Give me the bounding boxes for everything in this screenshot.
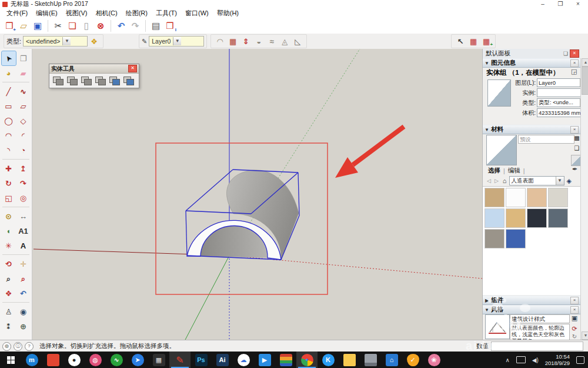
polygon-tool[interactable]: ◇: [16, 114, 31, 128]
follow-me-tool[interactable]: ↷: [16, 176, 31, 190]
position-camera-tool[interactable]: ♙: [2, 304, 16, 319]
new-button[interactable]: ❒+: [2, 19, 16, 32]
material-name-field[interactable]: 预设: [518, 135, 574, 144]
start-button[interactable]: [0, 352, 21, 368]
three-point-arc-tool[interactable]: ◝: [2, 143, 16, 157]
panel-titlebar[interactable]: 默认面板 ❏ ×: [483, 49, 580, 59]
menu-draw[interactable]: 绘图(R): [122, 9, 152, 18]
sandbox-from-scratch-icon[interactable]: ▦: [226, 35, 239, 47]
material-swatch[interactable]: [506, 229, 526, 248]
material-swatch[interactable]: [506, 188, 526, 207]
paste-button[interactable]: ▯: [79, 19, 93, 32]
tape-measure-tool[interactable]: ⊙: [2, 209, 16, 223]
line-tool[interactable]: ╱: [2, 84, 16, 98]
help-icon[interactable]: ?: [25, 342, 34, 351]
menu-edit[interactable]: 编辑(E): [32, 9, 62, 18]
back-arrow-icon[interactable]: ◁: [485, 178, 493, 184]
chevron-down-icon[interactable]: ▼: [173, 37, 181, 45]
pan-tool[interactable]: ✛: [16, 257, 31, 271]
pie-tool[interactable]: ◔: [16, 143, 31, 157]
cut-button[interactable]: ✂: [51, 19, 65, 32]
app-pink[interactable]: ◍: [85, 352, 106, 368]
table-add-icon[interactable]: ▦+: [480, 35, 493, 47]
sandbox-drape-icon[interactable]: ≈: [265, 35, 278, 47]
app-sketchup[interactable]: ✎: [169, 352, 191, 368]
cursor-icon[interactable]: ↖: [454, 35, 467, 47]
menu-file[interactable]: 文件(F): [2, 9, 32, 18]
display-options-icon[interactable]: ▣: [570, 314, 579, 322]
eraser-tool[interactable]: ▰: [16, 66, 31, 80]
app-kugou[interactable]: K: [318, 352, 339, 368]
model-info-button[interactable]: ❒i: [163, 19, 177, 32]
collection-dropdown[interactable]: 人造表面▼: [509, 176, 564, 185]
close-section-icon[interactable]: ×: [570, 126, 579, 134]
zoom-extents-tool[interactable]: ❖: [2, 286, 16, 300]
materials-header[interactable]: ▼ 材料 ×: [483, 125, 580, 134]
app-cloud[interactable]: ☁: [233, 352, 254, 368]
app-red-tile[interactable]: [42, 352, 64, 368]
text-tool[interactable]: A1: [16, 224, 31, 238]
subtract-tool[interactable]: [94, 75, 107, 87]
refresh-icon[interactable]: ↻: [570, 333, 579, 340]
close-section-icon[interactable]: ×: [570, 59, 579, 67]
print-button[interactable]: ▤: [149, 19, 163, 32]
zoom-window-tool[interactable]: ⌕: [16, 271, 31, 286]
undo-button[interactable]: ↶: [114, 19, 128, 32]
minimize-button[interactable]: –: [534, 0, 552, 8]
secondary-pane-icon[interactable]: ❑: [573, 145, 581, 152]
scrollbar-thumb[interactable]: [582, 67, 588, 95]
menu-camera[interactable]: 相机(C): [91, 9, 121, 18]
app-computer[interactable]: [360, 352, 381, 368]
open-button[interactable]: ▱: [16, 19, 31, 32]
offset-tool[interactable]: ◎: [16, 191, 31, 205]
material-swatch[interactable]: [485, 188, 505, 207]
tab-edit[interactable]: 编辑: [505, 167, 523, 175]
sandbox-from-contours-icon[interactable]: ◠: [213, 35, 226, 47]
solid-tools-titlebar[interactable]: 实体工具 ✕: [49, 64, 139, 74]
close-button[interactable]: ×: [569, 0, 587, 8]
material-swatch[interactable]: [527, 188, 547, 207]
scroll-down-icon[interactable]: ▼: [582, 331, 588, 340]
two-point-arc-tool[interactable]: ◠: [2, 128, 16, 142]
material-swatch[interactable]: [548, 208, 568, 228]
in-model-icon[interactable]: ⌂: [500, 177, 509, 184]
app-winrar[interactable]: [275, 352, 296, 368]
style-name-field[interactable]: 建筑设计样式: [510, 314, 570, 323]
create-material-icon[interactable]: ▩: [573, 135, 581, 142]
tray-chevron-icon[interactable]: ∧: [505, 357, 509, 363]
sandbox-smoove-icon[interactable]: ⇕: [239, 35, 252, 47]
paint-bucket-tool[interactable]: ◕: [2, 66, 16, 80]
app-chrome[interactable]: ●: [296, 352, 318, 368]
network-icon[interactable]: [516, 356, 526, 363]
menu-window[interactable]: 窗口(W): [181, 9, 213, 18]
select-tool[interactable]: ➤: [2, 51, 16, 65]
redo-button[interactable]: ↷: [128, 19, 142, 32]
speaker-icon[interactable]: ◀): [532, 357, 539, 363]
app-green[interactable]: ∿: [106, 352, 127, 368]
close-section-icon[interactable]: ×: [570, 306, 579, 314]
credits-icon[interactable]: ⓘ: [14, 342, 22, 351]
panel-scrollbar[interactable]: ▲ ▼: [580, 58, 588, 340]
maximize-button[interactable]: ❐: [552, 0, 569, 8]
trim-tool[interactable]: [108, 75, 121, 87]
sandbox-stamp-icon[interactable]: ◒: [252, 35, 265, 47]
notification-center-icon[interactable]: [576, 356, 584, 364]
section-plane-tool[interactable]: ⊕: [16, 319, 31, 333]
app-backpack[interactable]: ⌂: [381, 352, 402, 368]
material-swatch[interactable]: [527, 208, 547, 228]
push-pull-tool[interactable]: ↥: [16, 161, 31, 175]
menu-help[interactable]: 帮助(H): [213, 9, 243, 18]
erase-button[interactable]: ⊗: [93, 19, 108, 32]
components-header[interactable]: ▶ 组件 ×: [483, 296, 580, 305]
update-style-icon[interactable]: ⟳: [570, 325, 579, 333]
dimension-tool[interactable]: ↔: [16, 209, 31, 223]
eyedropper-icon[interactable]: ✒: [572, 165, 577, 173]
material-swatch[interactable]: [548, 188, 568, 207]
walk-tool[interactable]: ⁑: [2, 319, 16, 333]
app-qq[interactable]: ●: [64, 352, 85, 368]
axes-tool[interactable]: ✳: [2, 238, 16, 253]
orbit-tool[interactable]: ⟲: [2, 257, 16, 271]
move-tool[interactable]: ✚: [2, 161, 16, 175]
solid-tools-toolbar[interactable]: 实体工具 ✕: [49, 64, 139, 88]
copy-button[interactable]: ❏: [65, 19, 79, 32]
